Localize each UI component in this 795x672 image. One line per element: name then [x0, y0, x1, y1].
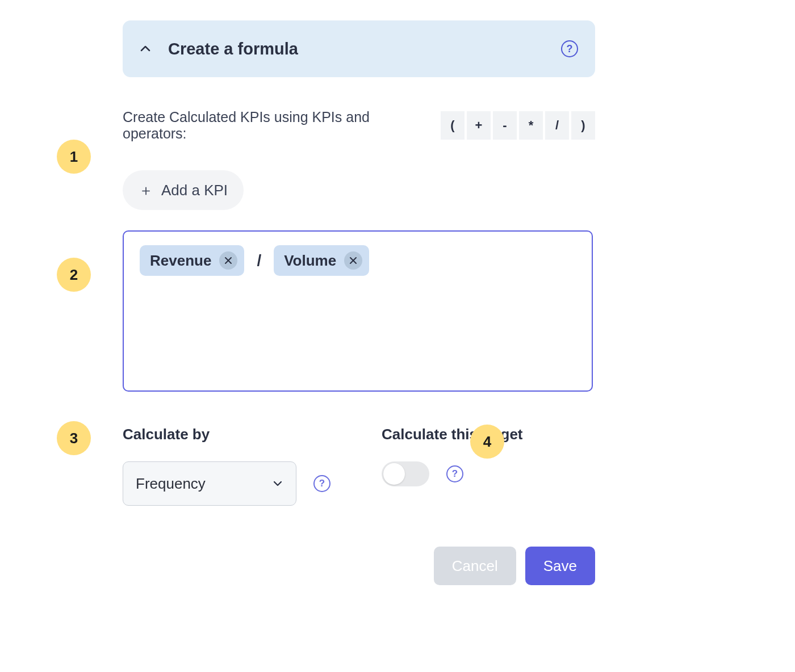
formula-operator: /: [253, 251, 265, 270]
operator-multiply-button[interactable]: *: [519, 111, 543, 140]
close-icon[interactable]: [344, 251, 362, 270]
calculate-by-select[interactable]: Frequency: [123, 461, 296, 506]
operator-open-paren-button[interactable]: (: [441, 111, 465, 140]
kpi-chip-revenue[interactable]: Revenue: [140, 245, 244, 276]
operator-divide-button[interactable]: /: [545, 111, 569, 140]
help-icon[interactable]: ?: [446, 465, 463, 482]
step-marker-3: 3: [57, 421, 91, 455]
help-icon[interactable]: ?: [313, 475, 330, 492]
calculate-target-toggle[interactable]: [382, 461, 429, 486]
kpi-chip-volume[interactable]: Volume: [274, 245, 369, 276]
kpi-chip-label: Volume: [284, 252, 336, 270]
select-value: Frequency: [136, 475, 206, 493]
accordion-header[interactable]: Create a formula ?: [123, 20, 595, 77]
chevron-up-icon: [140, 43, 151, 54]
help-icon[interactable]: ?: [561, 40, 578, 57]
operator-minus-button[interactable]: -: [493, 111, 517, 140]
step-marker-1: 1: [57, 140, 91, 174]
operator-close-paren-button[interactable]: ): [571, 111, 595, 140]
plus-icon: ＋: [139, 183, 153, 198]
add-kpi-label: Add a KPI: [161, 182, 228, 199]
calculate-by-label: Calculate by: [123, 426, 330, 443]
accordion-title: Create a formula: [168, 40, 298, 58]
step-marker-2: 2: [57, 258, 91, 292]
chevron-down-icon: [272, 478, 283, 489]
formula-input[interactable]: Revenue / Volume: [123, 230, 593, 392]
step-marker-4: 4: [470, 425, 504, 459]
kpi-chip-label: Revenue: [150, 252, 211, 270]
toggle-knob: [383, 463, 405, 485]
operator-plus-button[interactable]: +: [467, 111, 491, 140]
close-icon[interactable]: [219, 251, 237, 270]
description-text: Create Calculated KPIs using KPIs and op…: [123, 109, 433, 142]
add-kpi-button[interactable]: ＋ Add a KPI: [123, 170, 244, 210]
cancel-button[interactable]: Cancel: [434, 547, 516, 585]
save-button[interactable]: Save: [525, 547, 595, 585]
